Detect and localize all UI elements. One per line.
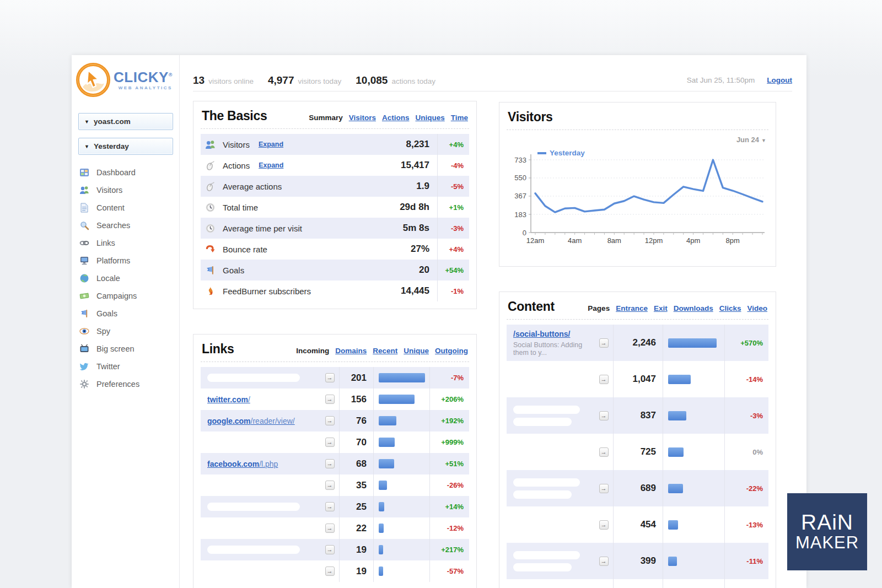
open-link-icon[interactable]: → (599, 520, 609, 530)
row-change: +51% (429, 453, 469, 474)
sidebar-item-goals[interactable]: Goals (72, 305, 179, 322)
tab-outgoing[interactable]: Outgoing (435, 347, 468, 355)
stat-value: 4,977 (268, 74, 294, 87)
basics-row-visitors: VisitorsExpand8,231+4% (201, 134, 469, 155)
tab-video[interactable]: Video (747, 304, 767, 312)
tab-actions[interactable]: Actions (382, 114, 410, 122)
tab-downloads[interactable]: Downloads (674, 304, 713, 312)
row-change: +570% (724, 325, 768, 361)
arrow-cell: → (594, 506, 613, 543)
platforms-icon (79, 256, 89, 266)
expand-link[interactable]: Expand (259, 141, 283, 148)
row-link[interactable]: google.com/reader/view/ (207, 417, 295, 425)
open-link-icon[interactable]: → (325, 502, 335, 511)
sidebar-item-platforms[interactable]: Platforms (72, 252, 179, 269)
row-name-cell (507, 434, 594, 470)
sidebar-item-label: Campaigns (96, 292, 137, 300)
open-link-icon[interactable]: → (599, 447, 609, 457)
open-link-icon[interactable]: → (599, 484, 609, 493)
sidebar-item-label: Content (96, 203, 125, 212)
tab-summary[interactable]: Summary (309, 114, 343, 122)
logout-link[interactable]: Logout (767, 76, 792, 84)
expand-link[interactable]: Expand (259, 161, 283, 169)
basics-row-total-time: Total time29d 8h+1% (201, 197, 469, 218)
stat-actions-today: 10,085actions today (356, 74, 435, 87)
open-link-icon[interactable]: → (325, 373, 335, 382)
open-link-icon[interactable]: → (599, 557, 609, 566)
tab-visitors[interactable]: Visitors (349, 114, 376, 122)
sidebar-item-links[interactable]: Links (72, 234, 179, 252)
open-link-icon[interactable]: → (599, 338, 609, 348)
sidebar-item-spy[interactable]: Spy (72, 322, 179, 340)
sidebar-item-dashboard[interactable]: Dashboard (72, 164, 179, 181)
stat-visitors-online: 13visitors online (193, 74, 254, 87)
svg-text:550: 550 (514, 174, 526, 182)
tab-domains[interactable]: Domains (335, 347, 367, 355)
open-link-icon[interactable]: → (325, 459, 335, 468)
goals-icon (205, 265, 216, 276)
row-name-cell (201, 474, 320, 496)
open-link-icon[interactable]: → (325, 416, 335, 425)
row-value: 156 (339, 389, 373, 410)
tab-unique[interactable]: Unique (404, 347, 429, 355)
row-change: -26% (429, 474, 469, 496)
sidebar-item-label: Preferences (96, 380, 139, 389)
row-link[interactable]: /social-buttons/ (513, 330, 570, 338)
basics-tabs: SummaryVisitorsActionsUniquesTime (309, 114, 468, 122)
tab-uniques[interactable]: Uniques (415, 114, 444, 122)
date-range-dropdown[interactable]: ▼ Yesterday (78, 138, 173, 155)
row-bar-cell (373, 474, 429, 496)
row-change: +217% (429, 539, 469, 560)
redacted-pill (207, 503, 300, 511)
sidebar-item-locale[interactable]: Locale (72, 269, 179, 287)
row-value: 689 (613, 470, 663, 506)
tab-clicks[interactable]: Clicks (719, 304, 741, 312)
table-row: google.com/reader/view/→76+192% (201, 410, 469, 431)
sidebar-item-twitter[interactable]: Twitter (72, 358, 179, 375)
sidebar-item-searches[interactable]: Searches (72, 217, 179, 234)
tab-time[interactable]: Time (451, 114, 468, 122)
visitors-chart: 018336755073312am4am8am12pm4pm8pmYesterd… (507, 147, 768, 259)
table-row: facebook.com/l.php→68+51% (201, 453, 469, 474)
caret-down-icon: ▼ (761, 138, 766, 143)
tab-entrance[interactable]: Entrance (616, 304, 648, 312)
open-link-icon[interactable]: → (325, 545, 335, 554)
metric-change: +54% (437, 260, 469, 280)
sidebar-item-label: Dashboard (96, 168, 136, 177)
site-selector-dropdown[interactable]: ▼ yoast.com (78, 113, 173, 130)
sidebar-item-preferences[interactable]: Preferences (72, 375, 179, 393)
tab-recent[interactable]: Recent (373, 347, 397, 355)
stat-value: 13 (193, 74, 205, 87)
tab-pages[interactable]: Pages (588, 304, 610, 312)
sidebar-item-campaigns[interactable]: Campaigns (72, 287, 179, 305)
value-bar (379, 416, 396, 425)
table-row: →689-22% (507, 470, 768, 506)
metric-value: 8,231 (382, 139, 437, 150)
open-link-icon[interactable]: → (325, 481, 335, 490)
row-bar-cell (373, 453, 429, 474)
open-link-icon[interactable]: → (325, 567, 335, 576)
redacted-pill (513, 418, 572, 426)
sidebar-item-content[interactable]: Content (72, 199, 179, 217)
sidebar-item-visitors[interactable]: Visitors (72, 181, 179, 199)
row-link[interactable]: twitter.com/ (207, 395, 250, 404)
open-link-icon[interactable]: → (599, 375, 609, 384)
table-row: →837-3% (507, 397, 768, 434)
tab-incoming[interactable]: Incoming (296, 347, 329, 355)
row-link[interactable]: facebook.com/l.php (207, 460, 278, 468)
row-value: 19 (339, 539, 373, 560)
tab-exit[interactable]: Exit (654, 304, 668, 312)
open-link-icon[interactable]: → (599, 411, 609, 420)
row-value: 201 (339, 367, 373, 389)
open-link-icon[interactable]: → (325, 438, 335, 447)
arrow-cell: → (594, 543, 613, 579)
chart-date-selector[interactable]: Jun 24▼ (736, 136, 766, 144)
sidebar-item-big-screen[interactable]: Big screen (72, 340, 179, 358)
open-link-icon[interactable]: → (325, 395, 335, 404)
value-bar (379, 373, 425, 382)
row-change: -13% (724, 506, 768, 543)
svg-text:733: 733 (514, 156, 526, 164)
row-name-cell (201, 539, 320, 560)
open-link-icon[interactable]: → (325, 524, 335, 533)
metric-label: Bounce rate (223, 245, 267, 254)
